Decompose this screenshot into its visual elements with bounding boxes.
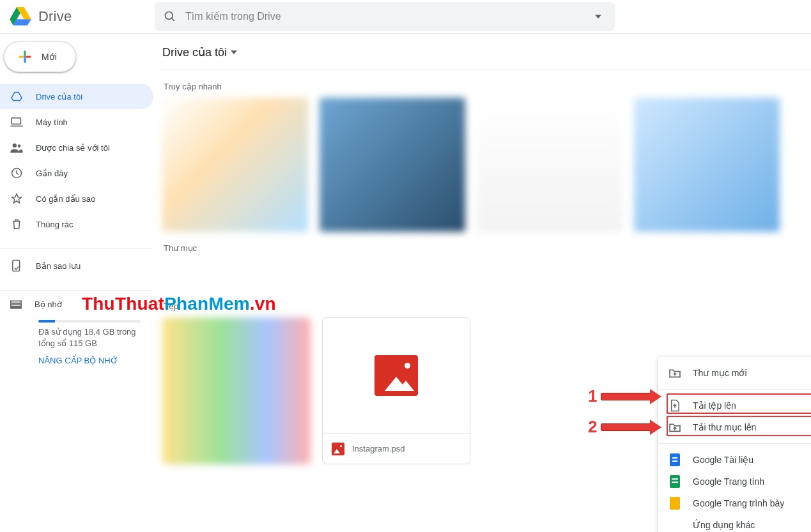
svg-point-5 (18, 144, 21, 148)
nav-backups[interactable]: Bản sao lưu (0, 253, 153, 278)
quick-access-row (162, 98, 811, 232)
search-icon (162, 9, 178, 24)
google-docs-icon (668, 453, 681, 466)
svg-rect-2 (24, 56, 26, 57)
file-card[interactable] (162, 317, 311, 464)
drive-logo-icon (8, 4, 33, 29)
menu-google-sheets[interactable]: Google Trang tính ❯ (658, 471, 811, 492)
svg-rect-8 (11, 301, 21, 303)
blank-icon (668, 519, 681, 531)
menu-google-docs[interactable]: Google Tài liệu ❯ (658, 449, 811, 471)
content-area: Drive của tôi Truy cập nhanh Thư mục Tệp (153, 34, 811, 532)
menu-upload-file[interactable]: Tải tệp lên (658, 395, 811, 416)
upload-folder-icon (668, 421, 681, 434)
nav-computers[interactable]: Máy tính (0, 109, 153, 135)
caret-down-icon (231, 50, 237, 54)
storage-icon (10, 300, 22, 309)
annotation-arrow-2: 2 (588, 417, 652, 437)
storage-text: Đã sử dụng 18,4 GB trong tổng số 115 GB (38, 326, 143, 349)
nav-shared[interactable]: Được chia sẻ với tôi (0, 135, 153, 160)
svg-point-0 (166, 12, 173, 20)
logo-area: Drive (0, 4, 155, 29)
svg-point-4 (13, 144, 17, 148)
svg-rect-3 (12, 118, 20, 125)
new-button-label: Mới (42, 52, 57, 62)
search-options-caret-icon[interactable] (585, 4, 611, 29)
context-menu: Thư mục mới Tải tệp lên Tải thư mục lên … (658, 357, 811, 532)
file-thumbnail (323, 318, 470, 433)
folders-label: Thư mục (164, 243, 811, 253)
menu-upload-folder[interactable]: Tải thư mục lên (658, 416, 811, 438)
trash-icon (10, 218, 23, 231)
star-icon (10, 192, 23, 205)
menu-more-apps[interactable]: Ứng dụng khác ❯ (658, 514, 811, 532)
breadcrumb-title: Drive của tôi (162, 45, 227, 59)
quick-access-label: Truy cập nhanh (164, 82, 811, 91)
menu-new-folder[interactable]: Thư mục mới (658, 362, 811, 384)
nav-my-drive[interactable]: Drive của tôi (0, 84, 153, 109)
image-file-icon (375, 355, 418, 396)
plus-icon (16, 48, 34, 66)
upgrade-storage-link[interactable]: NÂNG CẤP BỘ NHỚ (38, 356, 118, 365)
image-type-icon (332, 443, 344, 455)
computers-icon (10, 116, 23, 128)
new-folder-icon (668, 367, 681, 379)
sidebar: Mới Drive của tôi Máy tính Được chia sẻ … (0, 34, 153, 532)
upload-file-icon (668, 399, 681, 412)
menu-google-slides[interactable]: Google Trang trình bày ❯ (658, 492, 811, 514)
watermark: ThuThuatPhanMem.vn (82, 294, 276, 314)
file-card-instagram[interactable]: Instagram.psd (322, 317, 470, 464)
app-title: Drive (38, 8, 72, 25)
nav-list: Drive của tôi Máy tính Được chia sẻ với … (0, 80, 153, 245)
app-header: Drive (0, 0, 811, 34)
nav-starred[interactable]: Có gắn dấu sao (0, 186, 153, 211)
shared-icon (10, 141, 23, 154)
nav-recent[interactable]: Gần đây (0, 160, 153, 186)
google-slides-icon (668, 497, 681, 510)
svg-line-1 (172, 19, 174, 21)
backup-icon (10, 259, 23, 272)
svg-rect-9 (11, 304, 21, 306)
nav-trash[interactable]: Thùng rác (0, 211, 153, 237)
drive-triangle-icon (10, 90, 23, 103)
folders-row (162, 259, 811, 290)
clock-icon (10, 167, 23, 179)
breadcrumb[interactable]: Drive của tôi (162, 43, 811, 70)
google-sheets-icon (668, 475, 681, 488)
search-bar[interactable] (155, 2, 615, 31)
new-button[interactable]: Mới (4, 42, 76, 72)
file-name: Instagram.psd (352, 444, 405, 453)
annotation-arrow-1: 1 (588, 386, 652, 406)
svg-rect-10 (11, 307, 21, 308)
storage-progress (38, 320, 141, 323)
search-input[interactable] (185, 11, 578, 22)
